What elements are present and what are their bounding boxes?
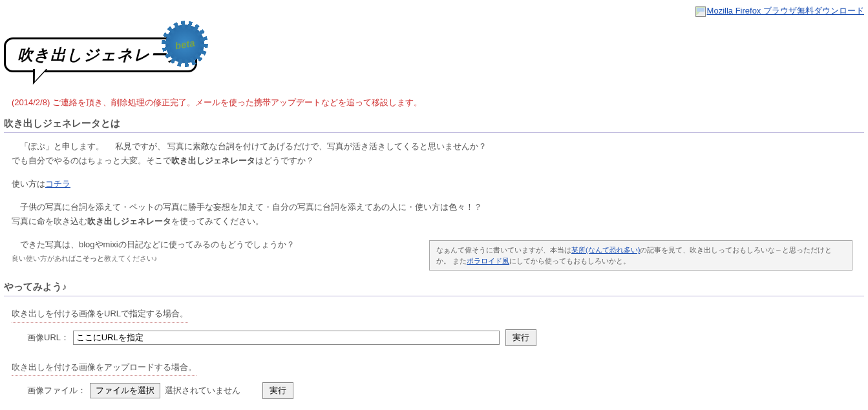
notice-text: (2014/2/8) ご連絡を頂き、削除処理の修正完了。メールを使った携帯アップ… (0, 94, 868, 114)
image-url-input[interactable] (73, 331, 500, 345)
beta-badge: beta (162, 21, 207, 67)
run-url-button[interactable]: 実行 (505, 329, 536, 346)
about-p4-small-pre: 良い使い方があれば (12, 254, 76, 262)
broken-image-icon (695, 6, 706, 17)
about-p2-pre: 使い方は (12, 179, 45, 189)
about-p3a: 子供の写真に台詞を添えて・ペットの写真に勝手な妄想を加えて・自分の写真に台詞を添… (12, 200, 856, 214)
logo-text: 吹き出しジェネレータ (17, 46, 184, 63)
about-p1: 「ぽぷ」と申します。 私見ですが、 写真に素敵な台詞を付けてあげるだけで、写真が… (12, 139, 856, 168)
top-download-link-row: Mozilla Firefox ブラウザ無料ダウンロード (0, 0, 868, 17)
about-p3b-post: を使ってみてください。 (171, 216, 264, 226)
about-p4-small-post: 教えてください♪ (104, 254, 158, 262)
section-about-title: 吹き出しジェネレータとは (4, 118, 864, 131)
url-form-row: 画像URL： 実行 (12, 327, 856, 349)
firefox-download-link-text: Mozilla Firefox ブラウザ無料ダウンロード (707, 6, 864, 15)
aside-link1[interactable]: 某所(なんて恐れ多い) (571, 246, 640, 254)
about-p1b: でも自分でやるのはちょっと大変。そこで吹き出しジェネレータはどうですか？ (12, 154, 856, 168)
howto-link[interactable]: コチラ (45, 179, 70, 189)
run-upload-button[interactable]: 実行 (262, 382, 293, 399)
section-try-title: やってみよう♪ (4, 281, 864, 294)
aside-post: にしてから使ってもおもしろいかと。 (509, 257, 630, 265)
about-p3b: 写真に命を吹き込む吹き出しジェネレータを使ってみてください。 (12, 214, 856, 229)
about-p1b-bold: 吹き出しジェネレータ (171, 156, 255, 165)
aside-link2[interactable]: ポラロイド風 (467, 257, 509, 265)
aside-pre: なぁんて偉そうに書いていますが、本当は (436, 246, 571, 254)
url-label: 画像URL： (27, 333, 69, 342)
about-p1b-pre: でも自分でやるのはちょっと大変。そこで (12, 156, 171, 165)
section-rule-2 (4, 296, 864, 296)
beta-badge-text: beta (174, 37, 195, 51)
about-p1a: 「ぽぷ」と申します。 私見ですが、 写真に素敵な台詞を付けてあげるだけで、写真が… (12, 139, 856, 154)
sub2-row: 吹き出しを付ける画像をアップロードする場合。 (12, 356, 856, 380)
about-p3b-pre: 写真に命を吹き込む (12, 216, 87, 226)
sub1-row: 吹き出しを付ける画像をURLで指定する場合。 (12, 303, 856, 326)
about-p1b-post: はどうですか？ (255, 156, 314, 165)
about-p4-small-bold: こそっと (76, 254, 104, 262)
logo-area: 吹き出しジェネレータ beta (0, 17, 868, 94)
try-content: 吹き出しを付ける画像をURLで指定する場合。 画像URL： 実行 吹き出しを付け… (0, 303, 868, 401)
about-content: 「ぽぷ」と申します。 私見ですが、 写真に素敵な台詞を付けてあげるだけで、写真が… (0, 139, 868, 277)
file-select-button[interactable]: ファイルを選択 (90, 383, 160, 398)
about-p2: 使い方はコチラ (12, 177, 856, 191)
file-status-text: 選択されていません (165, 385, 240, 395)
file-form-row: 画像ファイル： ファイルを選択 選択されていません 実行 (12, 380, 856, 402)
sub1-text: 吹き出しを付ける画像をURLで指定する場合。 (12, 307, 188, 322)
aside-note-box: なぁんて偉そうに書いていますが、本当は某所(なんて恐れ多い)の記事を見て、吹き出… (429, 240, 852, 271)
section-rule (4, 132, 864, 133)
sub2-text: 吹き出しを付ける画像をアップロードする場合。 (12, 360, 196, 376)
about-p3b-bold: 吹き出しジェネレータ (87, 216, 171, 226)
file-label: 画像ファイル： (27, 385, 86, 395)
firefox-download-link[interactable]: Mozilla Firefox ブラウザ無料ダウンロード (695, 6, 864, 15)
about-p3: 子供の写真に台詞を添えて・ペットの写真に勝手な妄想を加えて・自分の写真に台詞を添… (12, 200, 856, 229)
bubble-tail-icon (30, 69, 47, 85)
